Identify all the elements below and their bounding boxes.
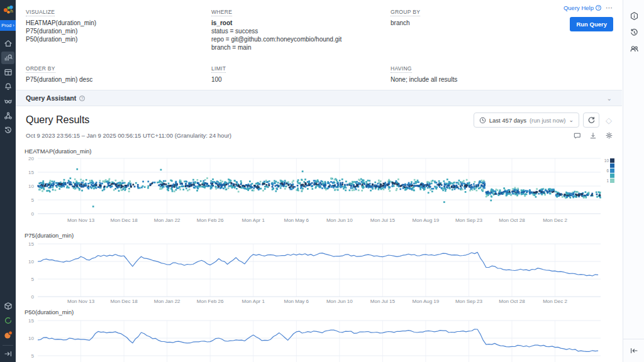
home-icon[interactable] [1, 37, 14, 50]
service-map-icon[interactable] [1, 109, 14, 122]
p50-line-plot[interactable]: 051015Mon Nov 13Mon Dec 18Mon Jan 22Mon … [22, 315, 607, 362]
svg-text:h: h [10, 8, 13, 14]
svg-text:5: 5 [31, 197, 35, 203]
honeycomb-logo-icon[interactable]: h [0, 1, 16, 19]
packages-icon[interactable] [1, 300, 14, 312]
builder-actions: Query Help? ⋯ Run Query [535, 5, 614, 52]
svg-text:Mon Feb 26: Mon Feb 26 [197, 299, 224, 304]
svg-text:5: 5 [31, 277, 35, 282]
where-item[interactable]: branch = main [211, 43, 384, 52]
left-sidebar: h Prod › [0, 0, 16, 362]
svg-text:10: 10 [28, 259, 34, 265]
boards-icon[interactable] [1, 66, 14, 79]
overflow-menu-icon[interactable]: ⋯ [606, 4, 613, 12]
svg-text:15: 15 [28, 318, 34, 324]
svg-text:Mon Jul 15: Mon Jul 15 [370, 217, 396, 223]
heatmap-plot[interactable]: 05101520Mon Nov 13Mon Dec 18Mon Jan 22Mo… [22, 155, 607, 228]
where-item[interactable]: repo = git@github.com:honeycombio/hound.… [211, 35, 384, 43]
svg-text:5: 5 [31, 353, 35, 359]
svg-text:Mon Dec 2: Mon Dec 2 [543, 217, 567, 223]
run-query-button[interactable]: Run Query [570, 17, 613, 31]
svg-text:Mon Apr 1: Mon Apr 1 [242, 299, 265, 304]
datasets-icon[interactable] [1, 95, 14, 107]
visualize-item[interactable]: HEATMAP(duration_min) [26, 19, 205, 27]
visualize-item[interactable]: P50(duration_min) [26, 35, 205, 43]
query-assistant-bar[interactable]: Query Assistant ? ⌄ [16, 90, 622, 106]
svg-text:Mon Feb 26: Mon Feb 26 [197, 217, 224, 223]
visualize-clause[interactable]: VISUALIZE HEATMAP(duration_min) P75(dura… [26, 5, 211, 52]
visualize-label: VISUALIZE [26, 9, 55, 16]
refresh-icon [587, 116, 595, 124]
where-item[interactable]: is_root [211, 19, 384, 27]
info-hexagon-icon[interactable] [623, 8, 644, 24]
time-range-label: Last 457 days [489, 117, 526, 124]
heatmap-legend-label: 6 [602, 168, 609, 173]
chevron-down-icon[interactable]: ⌄ [607, 95, 612, 102]
svg-text:Mon Aug 19: Mon Aug 19 [413, 217, 440, 223]
svg-text:Mon Dec 18: Mon Dec 18 [111, 217, 138, 223]
group-by-clause[interactable]: GROUP BY branch [391, 5, 535, 52]
svg-text:0: 0 [31, 294, 35, 300]
time-range-dropdown[interactable]: Last 457 days (run just now) ⌄ [474, 112, 579, 128]
query-help-link[interactable]: Query Help? [564, 4, 601, 11]
order-by-item[interactable]: P75(duration_min) desc [26, 75, 205, 84]
time-range-summary: Oct 9 2023 23:56:15 – Jan 9 2025 00:56:1… [26, 132, 231, 139]
activity-history-icon[interactable] [1, 124, 14, 136]
having-item[interactable]: None; include all results [391, 75, 529, 84]
svg-text:Mon Sep 23: Mon Sep 23 [455, 299, 483, 304]
heatmap-legend-swatch [610, 168, 614, 173]
comment-icon[interactable] [574, 132, 581, 140]
having-label: HAVING [391, 65, 412, 73]
visualize-item[interactable]: P75(duration_min) [26, 27, 205, 35]
query-assistant-title: Query Assistant [26, 94, 76, 102]
user-avatar[interactable] [1, 329, 14, 341]
heatmap-legend-label: 1 [602, 178, 609, 183]
environment-switcher[interactable]: Prod › [0, 20, 16, 31]
collapse-panel-icon[interactable] [623, 343, 644, 359]
order-by-label: ORDER BY [26, 65, 55, 73]
heatmap-legend-swatch [610, 178, 614, 183]
right-rail-footer [623, 339, 644, 362]
group-by-item[interactable]: branch [391, 19, 529, 27]
team-activity-icon[interactable] [623, 40, 644, 57]
trigger-icon[interactable]: ◇ [603, 116, 614, 125]
limit-item[interactable]: 100 [211, 75, 384, 84]
p75-line-plot[interactable]: 051015Mon Nov 13Mon Dec 18Mon Jan 22Mon … [22, 239, 607, 304]
heatmap-legend-label: 10 [602, 158, 609, 163]
results-toolbar [574, 131, 613, 140]
svg-text:Mon Jan 22: Mon Jan 22 [154, 217, 180, 223]
heatmap-legend: 1061 [602, 158, 614, 184]
heatmap-legend-swatch [610, 173, 614, 178]
where-clause[interactable]: WHERE is_root status = success repo = gi… [211, 5, 391, 52]
collapse-sidebar-icon[interactable] [1, 348, 14, 360]
order-by-clause[interactable]: ORDER BY P75(duration_min) desc [26, 62, 211, 84]
where-label: WHERE [211, 9, 232, 16]
svg-text:Mon Sep 23: Mon Sep 23 [455, 217, 483, 223]
query-builder: VISUALIZE HEATMAP(duration_min) P75(dura… [16, 0, 622, 90]
query-history-icon[interactable] [623, 24, 644, 40]
svg-text:Mon Jan 22: Mon Jan 22 [154, 299, 180, 304]
sidebar-divider [3, 345, 13, 346]
chevron-down-icon: ⌄ [569, 117, 574, 123]
settings-gear-icon[interactable] [605, 131, 613, 140]
heatmap-chart-block: HEATMAP(duration_min) 05101520Mon Nov 13… [16, 143, 622, 228]
svg-text:0: 0 [31, 211, 35, 217]
svg-text:Mon Dec 18: Mon Dec 18 [111, 299, 138, 304]
download-icon[interactable] [589, 132, 597, 140]
having-clause[interactable]: HAVING None; include all results [391, 62, 535, 84]
limit-clause[interactable]: LIMIT 100 [211, 62, 391, 84]
rerun-query-button[interactable] [583, 112, 599, 128]
usage-ring-icon[interactable] [1, 314, 14, 327]
svg-text:Mon Jun 10: Mon Jun 10 [326, 299, 353, 304]
sidebar-nav [0, 36, 16, 137]
results-title: Query Results [26, 114, 89, 126]
svg-text:Mon Nov 13: Mon Nov 13 [67, 299, 95, 304]
group-by-label: GROUP BY [391, 9, 420, 16]
where-item[interactable]: status = success [211, 27, 384, 35]
svg-text:Mon Jul 15: Mon Jul 15 [370, 299, 396, 304]
main-content: VISUALIZE HEATMAP(duration_min) P75(dura… [16, 0, 622, 362]
query-builder-icon[interactable] [1, 52, 14, 64]
results-meta-row: Oct 9 2023 23:56:15 – Jan 9 2025 00:56:1… [16, 129, 622, 143]
alerts-bell-icon[interactable] [1, 80, 14, 93]
honeycomb-query-app: h Prod › [0, 0, 644, 362]
